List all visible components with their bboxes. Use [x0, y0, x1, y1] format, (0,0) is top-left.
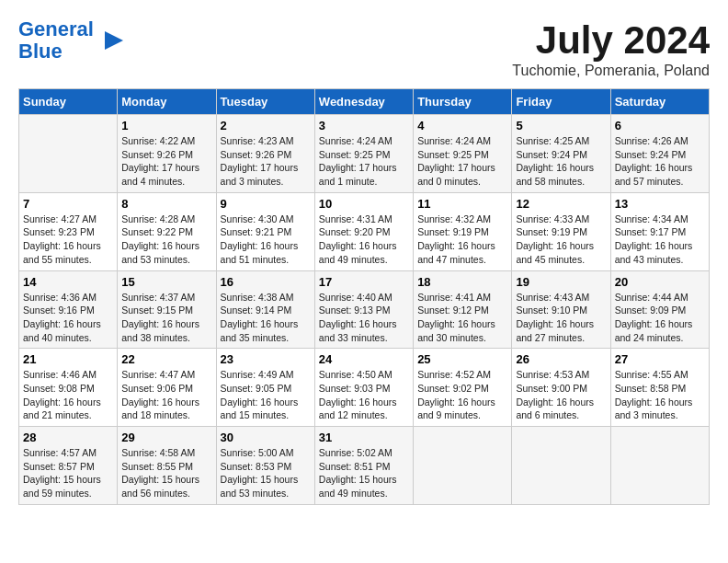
day-number: 4	[417, 119, 507, 132]
logo-line2: Blue	[18, 40, 63, 63]
day-info: Sunrise: 4:40 AMSunset: 9:13 PMDaylight:…	[319, 291, 409, 345]
day-number: 30	[221, 431, 311, 444]
day-info: Sunrise: 4:49 AMSunset: 9:05 PMDaylight:…	[221, 368, 311, 422]
day-info: Sunrise: 4:24 AMSunset: 9:25 PMDaylight:…	[319, 134, 409, 189]
day-info: Sunrise: 4:37 AMSunset: 9:15 PMDaylight:…	[121, 291, 211, 345]
calendar-header-row: SundayMondayTuesdayWednesdayThursdayFrid…	[19, 89, 710, 115]
calendar-cell: 25Sunrise: 4:52 AMSunset: 9:02 PMDayligh…	[414, 349, 512, 427]
calendar-cell: 18Sunrise: 4:41 AMSunset: 9:12 PMDayligh…	[414, 270, 512, 349]
calendar-cell	[512, 427, 610, 505]
day-number: 31	[319, 431, 409, 444]
calendar-week-1: 1Sunrise: 4:22 AMSunset: 9:26 PMDaylight…	[19, 115, 710, 193]
calendar-cell: 9Sunrise: 4:30 AMSunset: 9:21 PMDaylight…	[216, 192, 314, 270]
day-info: Sunrise: 4:32 AMSunset: 9:19 PMDaylight:…	[417, 213, 507, 267]
calendar-cell: 20Sunrise: 4:44 AMSunset: 9:09 PMDayligh…	[610, 270, 709, 349]
day-number: 9	[221, 197, 311, 211]
day-info: Sunrise: 5:02 AMSunset: 8:51 PMDaylight:…	[319, 446, 409, 500]
day-info: Sunrise: 4:44 AMSunset: 9:09 PMDaylight:…	[615, 291, 705, 345]
day-info: Sunrise: 4:33 AMSunset: 9:19 PMDaylight:…	[516, 213, 606, 267]
calendar-cell: 28Sunrise: 4:57 AMSunset: 8:57 PMDayligh…	[19, 427, 118, 505]
calendar-cell: 6Sunrise: 4:26 AMSunset: 9:24 PMDaylight…	[610, 115, 709, 193]
day-number: 27	[615, 352, 705, 366]
day-number: 1	[121, 119, 211, 132]
calendar-cell: 15Sunrise: 4:37 AMSunset: 9:15 PMDayligh…	[118, 270, 216, 349]
logo-line1: General	[18, 17, 94, 40]
calendar-header-sunday: Sunday	[19, 89, 118, 115]
page-header: General Blue July 2024 Tuchomie, Pomeran…	[18, 18, 710, 79]
day-number: 17	[319, 275, 409, 289]
calendar-cell: 24Sunrise: 4:50 AMSunset: 9:03 PMDayligh…	[314, 349, 413, 427]
day-info: Sunrise: 4:50 AMSunset: 9:03 PMDaylight:…	[319, 368, 409, 422]
day-number: 26	[516, 352, 606, 366]
calendar-header-monday: Monday	[118, 89, 216, 115]
day-number: 23	[221, 352, 311, 366]
calendar-cell: 17Sunrise: 4:40 AMSunset: 9:13 PMDayligh…	[314, 270, 413, 349]
day-number: 14	[23, 275, 113, 289]
calendar-cell: 3Sunrise: 4:24 AMSunset: 9:25 PMDaylight…	[314, 115, 413, 193]
location: Tuchomie, Pomerania, Poland	[512, 63, 710, 79]
day-number: 20	[615, 275, 705, 289]
calendar-header-wednesday: Wednesday	[314, 89, 413, 115]
day-number: 13	[615, 197, 705, 211]
calendar-cell: 30Sunrise: 5:00 AMSunset: 8:53 PMDayligh…	[216, 427, 314, 505]
day-number: 22	[121, 352, 211, 366]
day-number: 11	[417, 197, 507, 211]
day-info: Sunrise: 4:23 AMSunset: 9:26 PMDaylight:…	[221, 134, 311, 189]
day-info: Sunrise: 4:47 AMSunset: 9:06 PMDaylight:…	[121, 368, 211, 422]
calendar-cell	[19, 115, 118, 193]
day-info: Sunrise: 4:27 AMSunset: 9:23 PMDaylight:…	[23, 213, 113, 267]
calendar-table: SundayMondayTuesdayWednesdayThursdayFrid…	[18, 88, 710, 505]
calendar-cell: 12Sunrise: 4:33 AMSunset: 9:19 PMDayligh…	[512, 192, 610, 270]
day-number: 19	[516, 275, 606, 289]
day-number: 21	[23, 352, 113, 366]
day-number: 25	[417, 352, 507, 366]
day-info: Sunrise: 4:41 AMSunset: 9:12 PMDaylight:…	[417, 291, 507, 345]
day-number: 5	[516, 119, 606, 132]
calendar-cell: 23Sunrise: 4:49 AMSunset: 9:05 PMDayligh…	[216, 349, 314, 427]
day-info: Sunrise: 4:26 AMSunset: 9:24 PMDaylight:…	[615, 134, 705, 189]
calendar-week-3: 14Sunrise: 4:36 AMSunset: 9:16 PMDayligh…	[19, 270, 710, 349]
day-number: 10	[319, 197, 409, 211]
day-info: Sunrise: 4:43 AMSunset: 9:10 PMDaylight:…	[516, 291, 606, 345]
day-info: Sunrise: 4:36 AMSunset: 9:16 PMDaylight:…	[23, 291, 113, 345]
day-number: 7	[23, 197, 113, 211]
day-number: 18	[417, 275, 507, 289]
calendar-header-saturday: Saturday	[610, 89, 709, 115]
day-number: 2	[221, 119, 311, 132]
day-number: 3	[319, 119, 409, 132]
day-info: Sunrise: 4:52 AMSunset: 9:02 PMDaylight:…	[417, 368, 507, 422]
day-info: Sunrise: 4:58 AMSunset: 8:55 PMDaylight:…	[121, 446, 211, 500]
calendar-cell: 13Sunrise: 4:34 AMSunset: 9:17 PMDayligh…	[610, 192, 709, 270]
calendar-cell: 8Sunrise: 4:28 AMSunset: 9:22 PMDaylight…	[118, 192, 216, 270]
day-number: 15	[121, 275, 211, 289]
calendar-cell: 11Sunrise: 4:32 AMSunset: 9:19 PMDayligh…	[414, 192, 512, 270]
day-info: Sunrise: 5:00 AMSunset: 8:53 PMDaylight:…	[221, 446, 311, 500]
calendar-week-2: 7Sunrise: 4:27 AMSunset: 9:23 PMDaylight…	[19, 192, 710, 270]
calendar-cell: 22Sunrise: 4:47 AMSunset: 9:06 PMDayligh…	[118, 349, 216, 427]
calendar-header-friday: Friday	[512, 89, 610, 115]
day-info: Sunrise: 4:30 AMSunset: 9:21 PMDaylight:…	[221, 213, 311, 267]
calendar-cell: 27Sunrise: 4:55 AMSunset: 8:58 PMDayligh…	[610, 349, 709, 427]
day-info: Sunrise: 4:34 AMSunset: 9:17 PMDaylight:…	[615, 213, 705, 267]
calendar-cell: 10Sunrise: 4:31 AMSunset: 9:20 PMDayligh…	[314, 192, 413, 270]
day-info: Sunrise: 4:24 AMSunset: 9:25 PMDaylight:…	[417, 134, 507, 189]
logo-icon	[97, 26, 127, 55]
day-number: 16	[221, 275, 311, 289]
day-number: 12	[516, 197, 606, 211]
day-info: Sunrise: 4:53 AMSunset: 9:00 PMDaylight:…	[516, 368, 606, 422]
day-number: 24	[319, 352, 409, 366]
day-number: 29	[121, 431, 211, 444]
day-number: 28	[23, 431, 113, 444]
calendar-cell: 1Sunrise: 4:22 AMSunset: 9:26 PMDaylight…	[118, 115, 216, 193]
title-block: July 2024 Tuchomie, Pomerania, Poland	[512, 18, 710, 79]
calendar-week-4: 21Sunrise: 4:46 AMSunset: 9:08 PMDayligh…	[19, 349, 710, 427]
day-number: 8	[121, 197, 211, 211]
day-number: 6	[615, 119, 705, 132]
day-info: Sunrise: 4:28 AMSunset: 9:22 PMDaylight:…	[121, 213, 211, 267]
month-title: July 2024	[512, 18, 710, 63]
svg-marker-0	[105, 31, 123, 50]
calendar-cell	[414, 427, 512, 505]
calendar-cell: 4Sunrise: 4:24 AMSunset: 9:25 PMDaylight…	[414, 115, 512, 193]
day-info: Sunrise: 4:38 AMSunset: 9:14 PMDaylight:…	[221, 291, 311, 345]
day-info: Sunrise: 4:22 AMSunset: 9:26 PMDaylight:…	[121, 134, 211, 189]
